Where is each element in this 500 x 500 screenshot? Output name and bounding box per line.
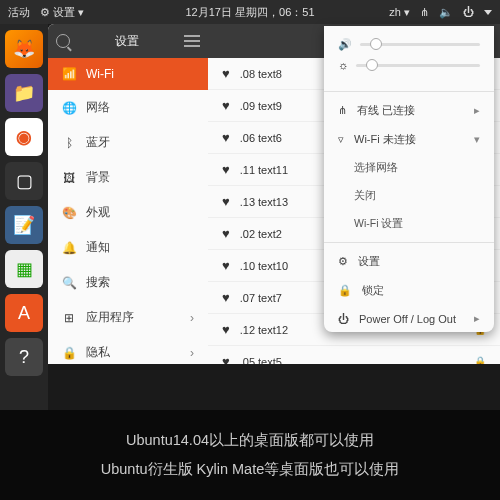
wifi-ssid: .02 text2 — [240, 228, 282, 240]
sidebar-item-label: Wi-Fi — [86, 67, 114, 81]
dock-editor[interactable]: 📝 — [5, 206, 43, 244]
brightness-thumb[interactable] — [366, 59, 378, 71]
sidebar-header: 设置 — [48, 24, 208, 58]
sidebar-item-search[interactable]: 🔍搜索 — [48, 265, 208, 300]
menu-lock[interactable]: 🔒锁定 — [324, 276, 494, 305]
sidebar-item-bt[interactable]: ᛒ蓝牙 — [48, 125, 208, 160]
wifi-signal-icon: ♥ — [222, 290, 230, 305]
volume-thumb[interactable] — [370, 38, 382, 50]
bg-icon: 🖼 — [62, 171, 76, 185]
menu-power[interactable]: ⏻Power Off / Log Out▸ — [324, 305, 494, 332]
wifi-ssid: .05 text5 — [240, 356, 282, 365]
wifi-signal-icon: ♥ — [222, 226, 230, 241]
wifi-signal-icon: ♥ — [222, 98, 230, 113]
top-panel: 活动 ⚙ 设置 ▾ 12月17日 星期四，06：51 zh ▾ ⋔ 🔈 ⏻ — [0, 0, 500, 24]
system-menu: 🔊 ☼ ⋔有线 已连接▸ ▿Wi-Fi 未连接▾ 选择网络 关闭 Wi-Fi 设… — [324, 26, 494, 332]
lock-icon: 🔒 — [338, 284, 352, 297]
gear-icon: ⚙ — [338, 255, 348, 268]
lang-indicator[interactable]: zh ▾ — [389, 6, 410, 19]
volume-slider[interactable]: 🔊 — [338, 38, 480, 51]
wifi-ssid: .13 text13 — [240, 196, 288, 208]
menu-wifi-settings[interactable]: Wi-Fi 设置 — [324, 210, 494, 238]
power-icon[interactable]: ⏻ — [463, 6, 474, 18]
sidebar-item-label: 搜索 — [86, 274, 110, 291]
dock-firefox[interactable]: 🦊 — [5, 30, 43, 68]
caption-line-1: Ubuntu14.04以上的桌面版都可以使用 — [126, 426, 374, 455]
sidebar-item-notif[interactable]: 🔔通知 — [48, 230, 208, 265]
sidebar-item-label: 隐私 — [86, 344, 110, 361]
notif-icon: 🔔 — [62, 241, 76, 255]
power-icon: ⏻ — [338, 313, 349, 325]
sidebar-item-label: 网络 — [86, 99, 110, 116]
focused-app[interactable]: ⚙ 设置 ▾ — [40, 5, 84, 20]
dock-software[interactable]: ◉ — [5, 118, 43, 156]
wifi-ssid: .10 text10 — [240, 260, 288, 272]
sidebar-item-apps[interactable]: ⊞应用程序› — [48, 300, 208, 335]
wifi-signal-icon: ♥ — [222, 194, 230, 209]
clock[interactable]: 12月17日 星期四，06：51 — [186, 5, 315, 20]
sidebar-item-label: 蓝牙 — [86, 134, 110, 151]
chevron-down-icon[interactable] — [484, 10, 492, 15]
menu-wifi-select[interactable]: 选择网络 — [324, 154, 494, 182]
wifi-ssid: .11 text11 — [240, 164, 288, 176]
activities-button[interactable]: 活动 — [8, 5, 30, 20]
sidebar-item-net[interactable]: 🌐网络 — [48, 90, 208, 125]
sidebar-item-label: 外观 — [86, 204, 110, 221]
appear-icon: 🎨 — [62, 206, 76, 220]
wifi-ssid: .09 text9 — [240, 100, 282, 112]
sidebar-item-bg[interactable]: 🖼背景 — [48, 160, 208, 195]
sidebar-item-appear[interactable]: 🎨外观 — [48, 195, 208, 230]
sidebar-item-label: 通知 — [86, 239, 110, 256]
hamburger-icon[interactable] — [184, 35, 200, 47]
wifi-signal-icon: ♥ — [222, 258, 230, 273]
dock-files[interactable]: 📁 — [5, 74, 43, 112]
bt-icon: ᛒ — [62, 136, 76, 150]
net-icon: 🌐 — [62, 101, 76, 115]
gear-icon: ⚙ — [40, 6, 50, 18]
wifi-ssid: .12 text12 — [240, 324, 288, 336]
dock-help[interactable]: ? — [5, 338, 43, 376]
sidebar-item-wifi[interactable]: 📶Wi-Fi — [48, 58, 208, 90]
wifi-ssid: .07 text7 — [240, 292, 282, 304]
volume-icon: 🔊 — [338, 38, 352, 51]
menu-wired[interactable]: ⋔有线 已连接▸ — [324, 96, 494, 125]
dock-store[interactable]: A — [5, 294, 43, 332]
settings-sidebar: 📶Wi-Fi🌐网络ᛒ蓝牙🖼背景🎨外观🔔通知🔍搜索⊞应用程序›🔒隐私›☁在线帐户› — [48, 58, 208, 364]
brightness-icon: ☼ — [338, 59, 348, 71]
wifi-ssid: .06 text6 — [240, 132, 282, 144]
sidebar-item-label: 应用程序 — [86, 309, 134, 326]
wifi-signal-icon: ♥ — [222, 322, 230, 337]
caption-overlay: Ubuntu14.04以上的桌面版都可以使用 Ubuntu衍生版 Kylin M… — [0, 410, 500, 500]
volume-icon[interactable]: 🔈 — [439, 6, 453, 19]
menu-wifi[interactable]: ▿Wi-Fi 未连接▾ — [324, 125, 494, 154]
brightness-slider[interactable]: ☼ — [338, 59, 480, 71]
wifi-icon: ▿ — [338, 133, 344, 146]
menu-wifi-off[interactable]: 关闭 — [324, 182, 494, 210]
window-title: 设置 — [115, 33, 139, 50]
wifi-signal-icon: ♥ — [222, 130, 230, 145]
apps-icon: ⊞ — [62, 311, 76, 325]
wifi-signal-icon: ♥ — [222, 162, 230, 177]
network-icon[interactable]: ⋔ — [420, 6, 429, 19]
dock-libreoffice[interactable]: ▦ — [5, 250, 43, 288]
wired-icon: ⋔ — [338, 104, 347, 117]
privacy-icon: 🔒 — [62, 346, 76, 360]
wifi-signal-icon: ♥ — [222, 66, 230, 81]
wifi-ssid: .08 text8 — [240, 68, 282, 80]
sidebar-item-privacy[interactable]: 🔒隐私› — [48, 335, 208, 364]
wifi-signal-icon: ♥ — [222, 354, 230, 364]
sidebar-item-label: 背景 — [86, 169, 110, 186]
search-icon[interactable] — [56, 34, 70, 48]
wifi-network-item[interactable]: ♥.05 text5🔒 — [208, 346, 500, 364]
wifi-icon: 📶 — [62, 67, 76, 81]
dock-terminal[interactable]: ▢ — [5, 162, 43, 200]
search-icon: 🔍 — [62, 276, 76, 290]
lock-icon: 🔒 — [474, 356, 486, 364]
caption-line-2: Ubuntu衍生版 Kylin Mate等桌面版也可以使用 — [101, 455, 399, 484]
menu-settings[interactable]: ⚙设置 — [324, 247, 494, 276]
